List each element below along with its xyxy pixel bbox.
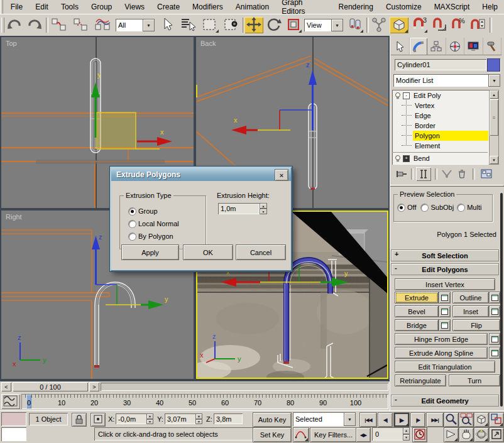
menu-customize[interactable]: Customize xyxy=(380,3,428,11)
inset-button[interactable]: Inset xyxy=(452,305,489,317)
radio-by-polygon[interactable] xyxy=(129,233,136,240)
show-end-result-button[interactable] xyxy=(416,167,431,181)
menu-help[interactable]: Help xyxy=(476,3,504,11)
tab-hierarchy[interactable] xyxy=(427,38,446,55)
tab-display[interactable] xyxy=(464,38,483,55)
open-mini-curve-editor-button[interactable] xyxy=(1,394,20,409)
ok-button[interactable]: OK xyxy=(183,244,233,260)
zoom-all-button[interactable] xyxy=(459,412,474,427)
viewport-label-right[interactable]: Right xyxy=(6,213,22,221)
radio-subobj-label[interactable]: SubObj xyxy=(430,204,454,211)
select-and-manipulate-button[interactable] xyxy=(370,17,388,33)
menu-create[interactable]: Create xyxy=(151,3,186,11)
gizmo-y-arrow[interactable]: y xyxy=(106,295,168,309)
radio-row-by-polygon[interactable]: By Polygon xyxy=(129,230,205,243)
hinge-from-edge-button[interactable]: Hinge From Edge xyxy=(395,333,488,345)
object-color-swatch[interactable] xyxy=(487,58,500,72)
expand-collapse-box[interactable]: - xyxy=(403,92,410,99)
stack-item-vertex[interactable]: Vertex xyxy=(393,101,488,111)
key-mode-toggle-button[interactable]: ◀▶ xyxy=(356,427,371,442)
window-crossing-toggle-button[interactable] xyxy=(221,17,241,33)
dropdown-arrow-icon[interactable]: ▼ xyxy=(488,74,500,87)
track-bar-ruler[interactable]: 0 10 20 30 40 50 60 70 80 90 100 xyxy=(21,394,388,409)
radio-local-normal-label[interactable]: Local Normal xyxy=(138,220,179,227)
radio-subobj[interactable] xyxy=(421,204,428,211)
dialog-title-bar[interactable]: Extrude Polygons xyxy=(111,168,291,181)
apply-button[interactable]: Apply xyxy=(121,244,179,260)
menu-group[interactable]: Group xyxy=(85,3,118,11)
auto-key-button[interactable]: Auto Key xyxy=(253,412,292,427)
dropdown-arrow-icon[interactable]: ▼ xyxy=(331,19,343,31)
y-coordinate-field[interactable]: 3,07m xyxy=(165,413,197,424)
snap-toggle-3-button[interactable]: 3 xyxy=(410,17,428,33)
menu-file[interactable]: File xyxy=(4,3,29,11)
percent-snap-toggle-button[interactable]: % xyxy=(449,17,467,33)
extrude-along-spline-settings-button[interactable] xyxy=(489,347,500,359)
outline-settings-button[interactable] xyxy=(489,292,500,304)
object-name-field[interactable]: Cylinder01 xyxy=(395,59,486,70)
maxscript-mini-listener-pink[interactable] xyxy=(1,412,26,426)
turn-button[interactable]: Turn xyxy=(449,375,500,386)
go-to-start-button[interactable]: |◀◀ xyxy=(359,412,377,427)
next-frame-arrow-button[interactable]: > xyxy=(89,382,99,391)
radio-multi[interactable] xyxy=(457,204,464,211)
select-and-move-button[interactable] xyxy=(244,17,263,33)
absolute-offset-mode-toggle[interactable] xyxy=(90,413,106,427)
default-in-out-tangents-button[interactable] xyxy=(293,427,309,442)
menu-animation[interactable]: Animation xyxy=(229,3,275,11)
x-coordinate-spinner[interactable]: ▲▼ xyxy=(146,413,153,424)
dialog-close-button[interactable]: × xyxy=(275,169,288,181)
frame-spinner[interactable]: ▲▼ xyxy=(403,427,410,440)
select-and-link-button[interactable] xyxy=(49,17,69,33)
lightbulb-icon[interactable] xyxy=(394,155,402,162)
radio-row-group[interactable]: Group xyxy=(129,205,205,217)
menu-maxscript[interactable]: MAXScript xyxy=(428,3,476,11)
rollout-edit-polygons[interactable]: - Edit Polygons xyxy=(391,263,499,275)
radio-group[interactable] xyxy=(129,208,136,215)
redo-button[interactable] xyxy=(25,17,44,33)
gizmo-plane-handle[interactable] xyxy=(280,110,313,130)
selection-lock-toggle[interactable] xyxy=(72,413,87,427)
y-coordinate-spinner[interactable]: ▲▼ xyxy=(195,413,202,424)
gizmo-x-arrow[interactable]: x xyxy=(231,116,290,134)
play-animation-button[interactable]: ▶ xyxy=(393,412,410,427)
x-coordinate-field[interactable]: -0,0m xyxy=(116,413,148,424)
snaps-toggle-button[interactable] xyxy=(390,17,408,33)
zoom-tool-button[interactable] xyxy=(444,412,459,427)
viewport-label-top[interactable]: Top xyxy=(6,40,17,47)
unlink-selection-button[interactable] xyxy=(70,17,90,33)
dropdown-arrow-icon[interactable]: ▼ xyxy=(143,19,155,31)
rollout-soft-selection[interactable]: + Soft Selection xyxy=(391,249,499,261)
stack-item-polygon-selected[interactable]: Polygon xyxy=(393,131,488,141)
remove-modifier-button[interactable] xyxy=(455,168,469,180)
inset-settings-button[interactable] xyxy=(489,305,500,317)
radio-multi-label[interactable]: Multi xyxy=(467,204,481,211)
z-coordinate-field[interactable]: 3,8m xyxy=(214,413,243,424)
use-pivot-point-center-button[interactable] xyxy=(346,17,364,33)
gizmo-x-arrow[interactable]: x xyxy=(137,128,172,146)
previous-frame-arrow-button[interactable]: < xyxy=(1,382,11,391)
radio-local-normal[interactable] xyxy=(129,221,136,227)
pan-view-button[interactable] xyxy=(459,427,474,442)
viewport-label-back[interactable]: Back xyxy=(200,40,216,47)
stack-item-bend[interactable]: + Bend xyxy=(393,153,488,163)
extrusion-height-spinner[interactable]: ▲▼ xyxy=(260,203,267,214)
lightbulb-icon[interactable] xyxy=(394,92,402,99)
hinge-settings-button[interactable] xyxy=(489,333,500,345)
rollout-edit-geometry[interactable]: - Edit Geometry xyxy=(391,395,499,407)
pin-stack-button[interactable] xyxy=(395,168,408,180)
key-mode-dropdown[interactable]: Selected ▼ xyxy=(293,412,356,426)
flip-button[interactable]: Flip xyxy=(452,319,500,331)
expand-collapse-box[interactable]: + xyxy=(403,155,410,162)
make-unique-button[interactable] xyxy=(440,168,454,180)
menu-modifiers[interactable]: Modifiers xyxy=(186,3,229,11)
retriangulate-button[interactable]: Retriangulate xyxy=(395,375,446,386)
menu-views[interactable]: Views xyxy=(118,3,151,11)
time-configuration-button[interactable] xyxy=(412,427,427,442)
extrude-settings-button[interactable] xyxy=(439,292,451,304)
reference-coordinate-dropdown[interactable]: View ▼ xyxy=(304,19,343,31)
maxscript-mini-listener-white[interactable] xyxy=(1,427,26,441)
menubar-grip[interactable] xyxy=(0,0,3,14)
cancel-button[interactable]: Cancel xyxy=(236,244,286,260)
zoom-extents-all-button[interactable] xyxy=(489,412,504,427)
